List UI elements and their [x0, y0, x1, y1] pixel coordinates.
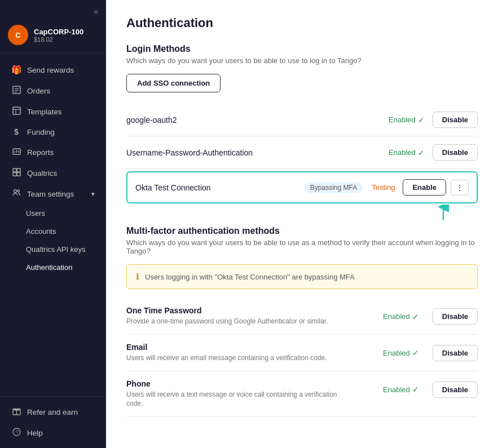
login-methods-title: Login Methods [126, 44, 478, 54]
check-icon: ✓ [418, 148, 425, 157]
svg-rect-11 [13, 168, 16, 172]
qualtrics-icon [11, 168, 21, 178]
page-title: Authentication [126, 16, 478, 30]
sidebar-item-label: Qualtrics [27, 169, 57, 178]
mfa-method-desc: Users will receive an email message cont… [126, 353, 341, 363]
sidebar-item-label: Funding [27, 128, 55, 136]
connection-status: Testing [372, 183, 395, 192]
arrow-indicator [408, 205, 478, 220]
svg-rect-12 [17, 168, 20, 172]
mfa-method-text: One Time Password Provide a one-time pas… [126, 306, 383, 326]
svg-rect-4 [13, 107, 20, 114]
login-methods-section: Login Methods Which ways do you want you… [126, 44, 478, 220]
collapse-icon[interactable]: « [94, 7, 98, 16]
account-name: CapCORP-100 [34, 28, 83, 36]
svg-rect-13 [13, 172, 16, 176]
connection-status: Enabled ✓ [389, 148, 425, 157]
gift-box-icon [11, 407, 21, 417]
check-icon: ✓ [412, 385, 419, 394]
svg-rect-14 [17, 172, 20, 176]
sidebar-item-refer-earn[interactable]: Refer and earn [3, 402, 103, 422]
sidebar-item-qualtrics-api-keys[interactable]: Qualtrics API keys [3, 241, 103, 258]
account-section[interactable]: C CapCORP-100 $18.02 [0, 20, 106, 54]
mfa-method-title: Email [126, 343, 383, 352]
sidebar-item-label: Reports [27, 148, 54, 157]
sidebar-item-label: Help [27, 429, 43, 437]
auth-row-username-password: Username-Password-Authentication Enabled… [126, 136, 478, 169]
sidebar-sub-label: Accounts [26, 227, 56, 236]
sidebar-nav: 🎁 Send rewards Orders Templates $ Fundin… [0, 57, 106, 396]
check-icon: ✓ [412, 312, 419, 321]
add-sso-button[interactable]: Add SSO connection [126, 74, 221, 92]
account-amount: $18.02 [34, 36, 83, 43]
mfa-actions: Enabled ✓ Disable [383, 306, 478, 325]
disable-button-otp[interactable]: Disable [433, 308, 478, 325]
check-icon: ✓ [412, 348, 419, 357]
sidebar-bottom: Refer and earn ? Help [0, 396, 106, 448]
login-methods-desc: Which ways do you want your users to be … [126, 56, 478, 65]
sidebar-item-accounts[interactable]: Accounts [3, 223, 103, 240]
sidebar-item-templates[interactable]: Templates [3, 101, 103, 122]
sidebar-item-reports[interactable]: Reports [3, 142, 103, 162]
svg-point-16 [17, 190, 19, 192]
svg-point-15 [14, 190, 16, 193]
mfa-desc: Which ways do you want your users to be … [126, 238, 478, 255]
mfa-method-title: Phone [126, 379, 383, 388]
connection-status: Enabled ✓ [389, 116, 425, 125]
mfa-status: Enabled ✓ [383, 348, 419, 357]
gift-icon: 🎁 [11, 65, 21, 75]
sidebar-item-funding[interactable]: $ Funding [3, 122, 103, 141]
enable-button-okta[interactable]: Enable [403, 179, 446, 196]
sidebar-sub-label: Users [26, 209, 45, 218]
disable-button-phone[interactable]: Disable [433, 382, 478, 398]
check-icon: ✓ [418, 116, 425, 125]
mfa-actions: Enabled ✓ Disable [383, 379, 478, 398]
funding-icon: $ [11, 127, 21, 136]
sidebar-item-orders[interactable]: Orders [3, 81, 103, 101]
mfa-method-text: Phone Users will receive a text message … [126, 379, 383, 409]
arrow-up-icon [437, 205, 449, 220]
sidebar-sub-label: Authentication [26, 263, 72, 272]
sidebar-item-label: Send rewards [27, 66, 74, 74]
main-content: Authentication Login Methods Which ways … [106, 0, 498, 448]
connection-name: google-oauth2 [126, 116, 389, 125]
auth-row-google: google-oauth2 Enabled ✓ Disable [126, 104, 478, 136]
mfa-title: Multi-factor authentication methods [126, 226, 478, 236]
connection-name: Username-Password-Authentication [126, 148, 389, 157]
sidebar-item-label: Refer and earn [27, 408, 78, 416]
more-options-button[interactable]: ⋮ [451, 180, 469, 196]
disable-button-email[interactable]: Disable [433, 345, 478, 361]
sidebar-item-label: Team settings [27, 190, 74, 198]
mfa-section: Multi-factor authentication methods Whic… [126, 226, 478, 417]
sidebar-item-qualtrics[interactable]: Qualtrics [3, 163, 103, 183]
disable-button-username-password[interactable]: Disable [433, 144, 478, 161]
mfa-status: Enabled ✓ [383, 385, 419, 394]
mfa-actions: Enabled ✓ Disable [383, 343, 478, 361]
mfa-method-title: One Time Password [126, 306, 383, 315]
mfa-method-desc: Provide a one-time password using Google… [126, 317, 341, 326]
team-icon [11, 189, 21, 199]
sidebar-item-label: Templates [27, 108, 62, 116]
reports-icon [11, 147, 21, 157]
mfa-row-email: Email Users will receive an email messag… [126, 335, 478, 371]
mfa-method-desc: Users will receive a text message or voi… [126, 390, 341, 409]
sidebar-item-label: Orders [27, 87, 50, 95]
auth-row-okta: Okta Test Connection Bypassing MFA Testi… [126, 171, 478, 203]
disable-button-google[interactable]: Disable [433, 112, 478, 128]
svg-text:?: ? [16, 429, 19, 435]
mfa-row-otp: One Time Password Provide a one-time pas… [126, 298, 478, 335]
info-icon: ℹ [136, 272, 139, 282]
help-icon: ? [11, 428, 21, 438]
mfa-row-phone: Phone Users will receive a text message … [126, 371, 478, 418]
warning-text: Users logging in with "Okta Test Connect… [145, 273, 355, 281]
orders-icon [11, 86, 21, 96]
sidebar-item-send-rewards[interactable]: 🎁 Send rewards [3, 60, 103, 80]
mfa-status: Enabled ✓ [383, 312, 419, 321]
sidebar-item-team-settings[interactable]: Team settings ▾ [3, 184, 103, 204]
sidebar-item-users[interactable]: Users [3, 205, 103, 222]
sidebar-item-help[interactable]: ? Help [3, 423, 103, 443]
sidebar-item-authentication[interactable]: Authentication [3, 259, 103, 276]
templates-icon [11, 107, 21, 117]
sidebar: « C CapCORP-100 $18.02 🎁 Send rewards Or… [0, 0, 106, 448]
avatar: C [8, 25, 28, 45]
